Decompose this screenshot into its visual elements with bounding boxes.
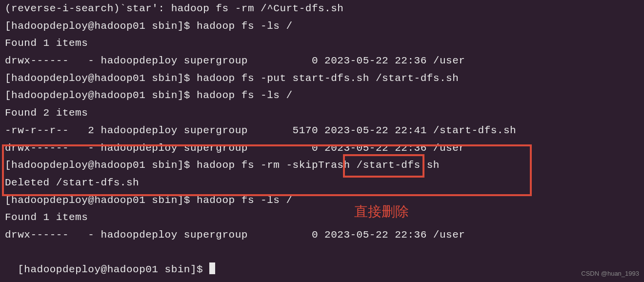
terminal-output: drwx------ - hadoopdeploy supergroup 0 2… [5, 52, 639, 70]
terminal-output: drwx------ - hadoopdeploy supergroup 0 2… [5, 140, 639, 157]
terminal-prompt-line[interactable]: [hadoopdeploy@hadoop01 sbin]$ [5, 244, 639, 279]
terminal-prompt-line[interactable]: [hadoopdeploy@hadoop01 sbin]$ hadoop fs … [5, 70, 639, 87]
terminal-prompt-line[interactable]: [hadoopdeploy@hadoop01 sbin]$ hadoop fs … [5, 157, 639, 174]
terminal-output: -rw-r--r-- 2 hadoopdeploy supergroup 517… [5, 122, 639, 140]
watermark-text: CSDN @huan_1993 [581, 268, 639, 279]
terminal-prompt-line[interactable]: [hadoopdeploy@hadoop01 sbin]$ hadoop fs … [5, 192, 639, 209]
terminal-output: drwx------ - hadoopdeploy supergroup 0 2… [5, 226, 639, 244]
terminal-prompt-line[interactable]: [hadoopdeploy@hadoop01 sbin]$ hadoop fs … [5, 18, 639, 35]
annotation-label: 直接删除 [354, 200, 409, 223]
terminal-output: Deleted /start-dfs.sh [5, 174, 639, 192]
terminal-output: Found 1 items [5, 209, 639, 226]
terminal-output: Found 1 items [5, 35, 639, 52]
cursor-icon [209, 262, 215, 274]
terminal-line-search: (reverse-i-search)`star': hadoop fs -rm … [5, 0, 639, 18]
terminal-output: Found 2 items [5, 104, 639, 122]
terminal-prompt: [hadoopdeploy@hadoop01 sbin]$ [18, 264, 209, 275]
terminal-prompt-line[interactable]: [hadoopdeploy@hadoop01 sbin]$ hadoop fs … [5, 87, 639, 104]
